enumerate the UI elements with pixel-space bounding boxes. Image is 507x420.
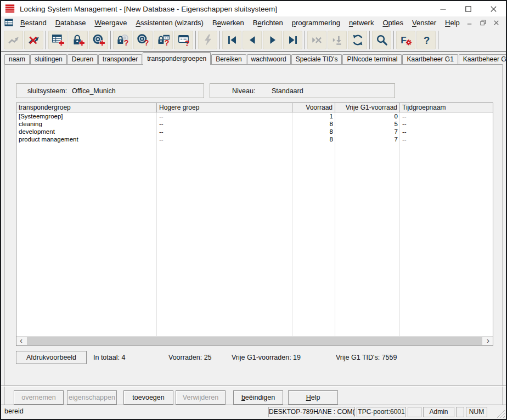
menu-items: BestandDatabaseWeergaveAssistenten (wiza… [16,18,464,28]
mdi-close-button[interactable] [491,19,502,27]
table-cell: -- [157,135,292,143]
table-body: [Systeemgroep]--10--cleaning--85--develo… [16,112,493,336]
svg-text:?: ? [123,38,128,47]
toevoegen-button[interactable]: toevoegen [123,390,173,405]
prev-record-button[interactable] [243,31,262,49]
title-bar: Locking System Management - [New Databas… [1,1,506,16]
toolbar-separator [305,31,305,49]
read-transponder-button[interactable]: ? [133,31,153,49]
tab-naam[interactable]: naam [4,54,30,64]
read-lock-button[interactable]: ? [113,31,132,49]
menu-assistenten-wizards[interactable]: Assistenten (wizards) [131,18,208,28]
niveau-value: Standaard [272,87,303,95]
tab-wachtwoord[interactable]: wachtwoord [247,54,291,64]
help-button[interactable]: Help [288,390,338,405]
last-record-button[interactable] [283,31,302,49]
next-record-button[interactable] [263,31,282,49]
mdi-frame-left [4,64,5,405]
app-logo-icon [4,3,15,14]
menu-bestand[interactable]: Bestand [16,18,51,28]
window-title: Locking System Management - [New Databas… [20,5,277,13]
menu-bar: BestandDatabaseWeergaveAssistenten (wiza… [1,16,506,29]
table-row[interactable]: development--87-- [16,128,493,135]
column-header-tijdgroepnaam[interactable]: Tijdgroepnaam [400,103,493,112]
column-header-vrije-g1-voorraad[interactable]: Vrije G1-voorraad [335,103,400,112]
menu-programmering[interactable]: programmering [288,18,345,28]
tab-bereiken[interactable]: Bereiken [211,54,246,64]
column-header-voorraad[interactable]: Voorraad [292,103,335,112]
vrije-g1-count: Vrije G1-voorraden: 19 [232,354,301,361]
tab-strip: naamsluitingenDeurentranspondertranspond… [4,53,503,65]
close-button[interactable] [481,1,506,16]
status-message: bereid [4,407,24,415]
dialog-eigenschappen-sluitsysteem: naamsluitingenDeurentranspondertranspond… [1,52,506,405]
menu-berichten[interactable]: Berichten [249,18,288,28]
host-com-panel: DESKTOP-789HANE : COM(*) [268,407,355,417]
verwijderen-button: Verwijderen [176,390,226,405]
tab-transponder[interactable]: transponder [98,54,142,64]
status-panels: DESKTOP-789HANE : COM(*)TPC-poort:6001Ad… [268,407,487,417]
scroll-right-arrow[interactable]: › [483,336,493,345]
column-header-hogere-groep[interactable]: Hogere groep [157,103,292,112]
search-button[interactable] [372,31,391,49]
table-header: transpondergroepHogere groepVoorraadVrij… [16,103,493,112]
log-off-button[interactable] [24,31,43,49]
menu-opties[interactable]: Opties [378,18,408,28]
menu-help[interactable]: Help [441,18,464,28]
table-cell: [Systeemgroep] [16,112,157,120]
tab-kaartbeheer-g2[interactable]: Kaartbeheer G2 [459,54,507,64]
tab-sluitingen[interactable]: sluitingen [30,54,67,64]
new-lock-button[interactable] [69,31,88,49]
table-cell: 7 [335,135,400,143]
table-row[interactable]: product management--87-- [16,135,493,143]
table-gridline [156,112,157,336]
scroll-left-arrow[interactable]: ‹ [16,336,26,345]
table-cell: 8 [292,120,335,128]
be-indigen-button[interactable]: beëindigen [233,390,283,405]
filter-button[interactable]: F [396,31,415,49]
minimize-button[interactable] [430,1,455,16]
tab-speciale-tid-s[interactable]: Speciale TID's [291,54,342,64]
resize-grip[interactable] [497,410,505,418]
table-row[interactable]: [Systeemgroep]--10-- [16,112,493,120]
first-record-button[interactable] [222,31,241,49]
column-header-transpondergroep[interactable]: transpondergroep [16,103,157,112]
mdi-restore-button[interactable] [478,19,488,27]
empty-panel-1 [408,407,421,417]
new-locking-system-button[interactable] [48,31,67,49]
table-cell: 8 [292,128,335,135]
table-cell: -- [400,135,493,143]
toolbar-separator [219,31,220,49]
status-bar: bereid DESKTOP-789HANE : COM(*)TPC-poort… [1,405,506,419]
new-transponder-button[interactable] [89,31,108,49]
discard-record-button [307,31,326,49]
tab-kaartbeheer-g1[interactable]: Kaartbeheer G1 [402,54,458,64]
tab-transpondergroepen[interactable]: transpondergroepen [143,52,211,65]
mdi-minimize-button[interactable] [465,19,475,27]
mdi-frame-right [502,64,503,405]
menu-weergave[interactable]: Weergave [90,18,131,28]
menu-venster[interactable]: Venster [408,18,441,28]
scrollbar-thumb[interactable] [27,337,482,345]
toolbar-separator [438,31,438,49]
horizontal-scrollbar[interactable]: ‹ › [16,336,493,345]
window-controls [430,1,506,16]
read-card-button[interactable]: ? [174,31,193,49]
svg-text:F: F [401,35,406,46]
table-row[interactable]: cleaning--85-- [16,120,493,128]
maximize-button[interactable] [455,1,481,16]
table-cell: -- [400,112,493,120]
menu-netwerk[interactable]: netwerk [345,18,379,28]
afdrukvoorbeeld-button[interactable]: Afdrukvoorbeeld [16,351,87,364]
svg-text:?: ? [164,38,169,47]
menu-bewerken[interactable]: Bewerken [208,18,249,28]
read-lock-net-button[interactable]: ? [154,31,173,49]
refresh-button[interactable] [348,31,367,49]
tab-pincode-terminal[interactable]: PINcode terminal [342,54,402,64]
table-gridline [399,112,400,336]
help-button[interactable]: ? [416,31,436,49]
vrije-g1-tids-count: Vrije G1 TID's: 7559 [336,354,397,361]
menu-database[interactable]: Database [51,18,91,28]
tab-deuren[interactable]: Deuren [67,54,98,64]
table-cell: 5 [335,120,400,128]
